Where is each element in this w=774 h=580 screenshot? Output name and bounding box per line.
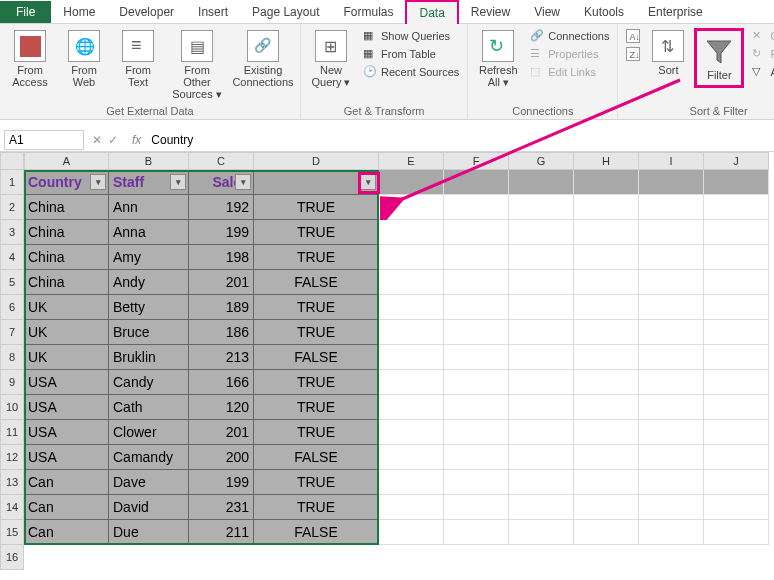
cell-empty[interactable] <box>444 370 509 395</box>
cell-empty[interactable] <box>639 170 704 195</box>
filter-button[interactable]: Filter <box>699 33 739 83</box>
cell[interactable]: FALSE <box>254 270 379 295</box>
cell-empty[interactable] <box>509 395 574 420</box>
tab-data[interactable]: Data <box>405 0 458 24</box>
sort-button[interactable]: Sort <box>648 28 688 78</box>
cell-empty[interactable] <box>379 195 444 220</box>
cell-empty[interactable] <box>379 170 444 195</box>
cell[interactable]: USA <box>24 370 109 395</box>
cell-empty[interactable] <box>639 445 704 470</box>
cell-empty[interactable] <box>704 395 769 420</box>
accept-formula-icon[interactable]: ✓ <box>108 133 118 147</box>
cell-empty[interactable] <box>379 220 444 245</box>
from-text-button[interactable]: From Text <box>114 28 162 90</box>
cell-empty[interactable] <box>639 195 704 220</box>
cell[interactable]: TRUE <box>254 470 379 495</box>
cell-empty[interactable] <box>509 520 574 545</box>
cell-empty[interactable] <box>509 245 574 270</box>
cell-empty[interactable] <box>704 345 769 370</box>
cell[interactable]: Anna <box>109 220 189 245</box>
cell-empty[interactable] <box>444 270 509 295</box>
clear-button[interactable]: ✕Clear <box>750 28 774 44</box>
col-header-j[interactable]: J <box>704 152 769 170</box>
col-header-d[interactable]: D <box>254 152 379 170</box>
row-header[interactable]: 6 <box>0 295 24 320</box>
cell-empty[interactable] <box>444 495 509 520</box>
row-header[interactable]: 16 <box>0 545 24 570</box>
cell[interactable]: 231 <box>189 495 254 520</box>
row-header[interactable]: 1 <box>0 170 24 195</box>
tab-developer[interactable]: Developer <box>107 1 186 23</box>
row-header[interactable]: 3 <box>0 220 24 245</box>
cell[interactable]: 192 <box>189 195 254 220</box>
cell[interactable]: Clower <box>109 420 189 445</box>
cell-empty[interactable] <box>574 495 639 520</box>
cell[interactable]: FALSE <box>254 345 379 370</box>
show-queries-button[interactable]: ▦Show Queries <box>361 28 461 44</box>
row-header[interactable]: 9 <box>0 370 24 395</box>
cell[interactable]: Camandy <box>109 445 189 470</box>
cell-empty[interactable] <box>574 345 639 370</box>
cell[interactable]: Due <box>109 520 189 545</box>
cell[interactable]: 199 <box>189 470 254 495</box>
cell-empty[interactable] <box>509 445 574 470</box>
cell-empty[interactable] <box>509 170 574 195</box>
row-header[interactable]: 11 <box>0 420 24 445</box>
col-header-a[interactable]: A <box>24 152 109 170</box>
tab-insert[interactable]: Insert <box>186 1 240 23</box>
cell-empty[interactable] <box>509 270 574 295</box>
row-header[interactable]: 12 <box>0 445 24 470</box>
cell[interactable]: David <box>109 495 189 520</box>
cell-empty[interactable] <box>639 420 704 445</box>
cell[interactable]: 201 <box>189 420 254 445</box>
cell-empty[interactable] <box>574 520 639 545</box>
properties-button[interactable]: ☰Properties <box>528 46 611 62</box>
tab-enterprise[interactable]: Enterprise <box>636 1 715 23</box>
cell-empty[interactable] <box>704 220 769 245</box>
col-header-i[interactable]: I <box>639 152 704 170</box>
cell[interactable]: Amy <box>109 245 189 270</box>
cell-empty[interactable] <box>704 295 769 320</box>
cell[interactable]: USA <box>24 445 109 470</box>
cell-empty[interactable] <box>444 445 509 470</box>
cell[interactable]: UK <box>24 295 109 320</box>
cell[interactable]: TRUE <box>254 295 379 320</box>
cell-empty[interactable] <box>379 520 444 545</box>
cell-empty[interactable] <box>444 295 509 320</box>
cell[interactable]: TRUE <box>254 220 379 245</box>
from-access-button[interactable]: From Access <box>6 28 54 90</box>
cell-empty[interactable] <box>704 420 769 445</box>
col-header-e[interactable]: E <box>379 152 444 170</box>
existing-connections-button[interactable]: Existing Connections <box>232 28 294 90</box>
cell-empty[interactable] <box>574 470 639 495</box>
cell[interactable]: 189 <box>189 295 254 320</box>
cell[interactable]: FALSE <box>254 520 379 545</box>
cell-empty[interactable] <box>574 195 639 220</box>
cell-empty[interactable] <box>444 420 509 445</box>
cell-empty[interactable] <box>704 170 769 195</box>
cell[interactable]: Country <box>24 170 109 195</box>
cell[interactable]: 166 <box>189 370 254 395</box>
cancel-formula-icon[interactable]: ✕ <box>92 133 102 147</box>
row-header[interactable]: 14 <box>0 495 24 520</box>
cell-empty[interactable] <box>379 470 444 495</box>
row-header[interactable]: 13 <box>0 470 24 495</box>
cell-empty[interactable] <box>444 345 509 370</box>
filter-dropdown-button[interactable] <box>235 174 251 190</box>
cell-empty[interactable] <box>639 495 704 520</box>
tab-view[interactable]: View <box>522 1 572 23</box>
cell[interactable]: 186 <box>189 320 254 345</box>
cell-empty[interactable] <box>444 320 509 345</box>
cell[interactable]: Can <box>24 470 109 495</box>
cell[interactable]: Cath <box>109 395 189 420</box>
cell-empty[interactable] <box>379 395 444 420</box>
advanced-button[interactable]: ▽Advanc <box>750 64 774 80</box>
row-header[interactable]: 10 <box>0 395 24 420</box>
cell[interactable]: 199 <box>189 220 254 245</box>
cell-empty[interactable] <box>444 195 509 220</box>
cell-empty[interactable] <box>704 470 769 495</box>
cell-empty[interactable] <box>704 495 769 520</box>
cell-empty[interactable] <box>704 320 769 345</box>
cell[interactable]: USA <box>24 420 109 445</box>
cell[interactable]: TRUE <box>254 320 379 345</box>
